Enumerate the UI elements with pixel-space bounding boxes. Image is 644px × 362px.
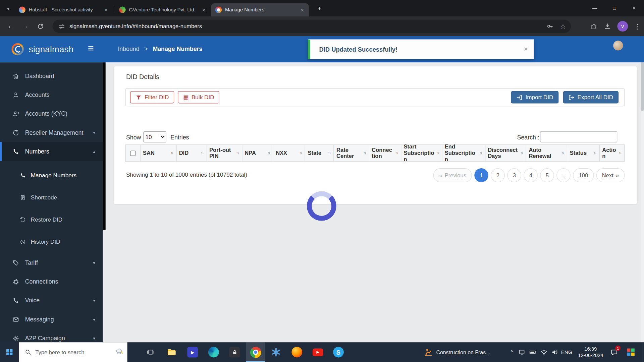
page-scrollbar-thumb[interactable] <box>641 62 644 111</box>
site-info-icon[interactable] <box>58 23 65 30</box>
taskbar-app-pinwheel[interactable] <box>267 342 285 362</box>
column-header-end-subscription[interactable]: End Subscription↑↓ <box>442 145 485 161</box>
pagination-page-2[interactable]: 2 <box>491 168 505 182</box>
sidebar-item-accounts-kyc[interactable]: Accounts (KYC) <box>0 104 103 123</box>
sort-icon[interactable]: ↑↓ <box>561 151 565 156</box>
toast-close-icon[interactable]: × <box>524 45 528 53</box>
import-did-button[interactable]: Import DID <box>511 91 559 104</box>
column-header-rate-center[interactable]: Rate Center↑↓ <box>334 145 369 161</box>
tab-close-icon[interactable]: × <box>299 7 306 13</box>
sort-icon[interactable]: ↑↓ <box>479 151 482 156</box>
sort-icon[interactable]: ↑↓ <box>619 151 622 156</box>
browser-menu-icon[interactable]: ⋮ <box>634 22 640 30</box>
forward-button[interactable]: → <box>20 21 30 31</box>
column-header-npa[interactable]: NPA↑↓ <box>242 145 273 161</box>
pagination-previous[interactable]: « Previous <box>433 168 472 182</box>
breadcrumb-section[interactable]: Inbound <box>118 46 139 52</box>
column-header-disconnect-days[interactable]: Disconnect Days↑↓ <box>485 145 526 161</box>
sort-icon[interactable]: ↑↓ <box>520 151 524 156</box>
taskbar-app-media-player[interactable]: ▶ <box>183 342 202 362</box>
user-avatar[interactable] <box>613 41 623 50</box>
pagination-page-100[interactable]: 100 <box>573 168 594 182</box>
sidebar-subitem-shortcode[interactable]: Shortcode <box>0 186 103 208</box>
column-header-status[interactable]: Status↑↓ <box>567 145 600 161</box>
column-header-nxx[interactable]: NXX↑↓ <box>273 145 305 161</box>
taskbar-clock[interactable]: 16:39 12-06-2024 <box>576 342 605 362</box>
pagination-page-3[interactable]: 3 <box>507 168 521 182</box>
window-minimize-button[interactable]: — <box>585 0 605 16</box>
column-header-connection[interactable]: Connection↑↓ <box>369 145 401 161</box>
entries-per-page-select[interactable]: 10 <box>143 131 166 142</box>
sidebar-item-numbers[interactable]: Numbers ▴ <box>0 142 103 161</box>
column-header-action[interactable]: Action↑↓ <box>600 145 624 161</box>
action-center-button[interactable] <box>607 342 621 362</box>
taskbar-news-widget[interactable]: Construction on Fras... <box>424 342 506 362</box>
taskbar-search-box[interactable]: Type here to search <box>19 342 127 362</box>
browser-profile-avatar[interactable]: v <box>617 21 628 32</box>
tab-close-icon[interactable]: × <box>103 7 109 13</box>
search-input[interactable] <box>540 131 617 142</box>
window-maximize-button[interactable]: □ <box>604 0 624 16</box>
sort-icon[interactable]: ↑↓ <box>236 151 239 156</box>
sidebar-item-accounts[interactable]: Accounts <box>0 85 103 104</box>
language-indicator[interactable]: ENG <box>561 342 572 362</box>
sidebar-scrollbar[interactable] <box>103 62 106 230</box>
omnibox[interactable]: signalmash.gventure.info/#/inbound/manag… <box>53 20 571 33</box>
sort-icon[interactable]: ↑↓ <box>201 151 204 156</box>
hidden-icons-button[interactable]: ^ <box>511 342 513 362</box>
pagination-ellipsis[interactable]: ... <box>556 168 571 182</box>
taskbar-app-chrome[interactable] <box>246 342 265 362</box>
export-all-did-button[interactable]: Export All DID <box>563 91 619 104</box>
column-header-did[interactable]: DID↑↓ <box>176 145 207 161</box>
tab-search-button[interactable]: ▾ <box>4 4 12 12</box>
password-manager-icon[interactable] <box>546 22 553 30</box>
show-desktop-button[interactable] <box>642 342 644 362</box>
sidebar-item-messaging[interactable]: Messaging ▾ <box>0 310 103 328</box>
sidebar-item-tariff[interactable]: Tariff ▾ <box>0 253 103 272</box>
taskbar-app-youtube[interactable]: ▶ <box>309 342 327 362</box>
taskbar-app-edge[interactable] <box>204 342 223 362</box>
taskbar-app-lock[interactable] <box>225 342 244 362</box>
taskbar-app-firefox[interactable] <box>287 342 306 362</box>
window-close-button[interactable]: × <box>624 0 644 16</box>
column-header-start-subscription[interactable]: Start Subscription↑↓ <box>401 145 442 161</box>
battery-icon[interactable] <box>529 348 537 356</box>
browser-tab-manage-numbers[interactable]: Manage Numbers × <box>211 3 309 16</box>
bookmark-star-icon[interactable]: ☆ <box>560 22 566 30</box>
colorful-app-tray-icon[interactable] <box>624 342 638 362</box>
tab-close-icon[interactable]: × <box>201 7 207 13</box>
sort-icon[interactable]: ↑↓ <box>436 151 439 156</box>
task-view-button[interactable] <box>141 342 160 362</box>
new-tab-button[interactable]: + <box>315 4 324 13</box>
page-scrollbar[interactable] <box>641 36 644 342</box>
sort-icon[interactable]: ↑↓ <box>594 151 597 156</box>
sort-icon[interactable]: ↑↓ <box>267 151 270 156</box>
select-all-checkbox[interactable] <box>130 150 136 156</box>
url-text[interactable]: signalmash.gventure.info/#/inbound/manag… <box>69 23 546 29</box>
wifi-icon[interactable] <box>540 349 547 356</box>
taskbar-app-skype[interactable]: S <box>329 342 348 362</box>
column-header-port-out-pin[interactable]: Port-out PIN↑↓ <box>207 145 242 161</box>
filter-did-button[interactable]: Filter DID <box>130 91 174 104</box>
taskbar-app-file-explorer[interactable] <box>162 342 181 362</box>
sort-icon[interactable]: ↑↓ <box>328 151 331 156</box>
sort-icon[interactable]: ↑↓ <box>299 151 303 156</box>
volume-icon[interactable] <box>551 349 558 356</box>
sidebar-subitem-manage-numbers[interactable]: Manage Numbers <box>0 164 103 186</box>
back-button[interactable]: ← <box>6 21 15 31</box>
bulk-did-button[interactable]: ▦ Bulk DID <box>178 91 219 104</box>
pagination-page-4[interactable]: 4 <box>524 168 538 182</box>
sort-icon[interactable]: ↑↓ <box>170 151 174 156</box>
sidebar-toggle-icon[interactable]: ≡ <box>88 42 94 54</box>
sidebar-item-connections[interactable]: Connections <box>0 272 103 291</box>
column-header-state[interactable]: State↑↓ <box>305 145 334 161</box>
pagination-page-1[interactable]: 1 <box>475 168 489 182</box>
browser-tab-gventure[interactable]: GVenture Technology Pvt. Ltd. × <box>115 3 210 16</box>
sort-icon[interactable]: ↑↓ <box>395 151 398 156</box>
tablet-mode-icon[interactable] <box>518 349 525 356</box>
column-header-auto-renewal[interactable]: Auto Renewal↑↓ <box>526 145 567 161</box>
pagination-page-5[interactable]: 5 <box>540 168 554 182</box>
sidebar-subitem-restore-did[interactable]: Restore DID <box>0 208 103 231</box>
browser-tab-hubstaff[interactable]: Hubstaff - Screenshot activity × <box>15 3 112 16</box>
start-button[interactable] <box>0 342 19 362</box>
